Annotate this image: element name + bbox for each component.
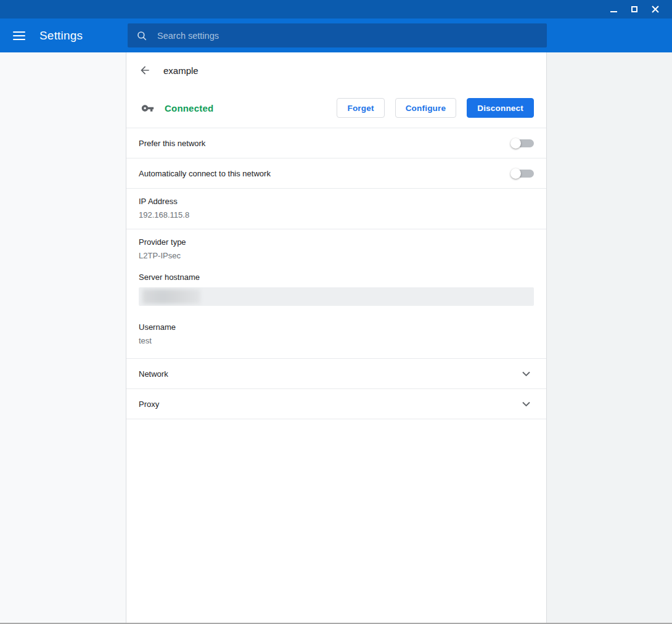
- chevron-down-icon: [522, 371, 530, 377]
- disconnect-button[interactable]: Disconnect: [467, 98, 534, 118]
- chevron-down-icon: [522, 401, 530, 407]
- network-expander[interactable]: Network: [126, 359, 546, 389]
- redacted-value: [142, 289, 200, 304]
- provider-type-label: Provider type: [139, 237, 534, 247]
- connection-status: Connected: [165, 103, 213, 113]
- window-titlebar: [0, 0, 672, 18]
- ip-address-label: IP Address: [139, 197, 534, 206]
- prefer-network-toggle[interactable]: [510, 138, 534, 149]
- hamburger-icon: [13, 35, 25, 36]
- left-pane: [0, 52, 126, 623]
- vpn-key-icon: [141, 102, 154, 115]
- maximize-button[interactable]: [626, 1, 642, 17]
- app-header: Settings: [0, 18, 672, 52]
- hamburger-icon: [13, 39, 25, 40]
- back-button[interactable]: [134, 59, 156, 81]
- page-body: example Connected Forget Configure Disco…: [0, 52, 672, 623]
- server-hostname-field[interactable]: [139, 287, 534, 306]
- page-head: example: [126, 52, 546, 88]
- toggle-knob: [510, 138, 521, 149]
- prefer-network-label: Prefer this network: [139, 139, 205, 148]
- forget-button[interactable]: Forget: [337, 98, 384, 118]
- network-detail-panel: example Connected Forget Configure Disco…: [126, 52, 546, 623]
- arrow-back-icon: [139, 64, 151, 76]
- search-settings-box[interactable]: [128, 23, 547, 47]
- maximize-icon: [631, 6, 637, 12]
- provider-section: Provider type L2TP-IPsec Server hostname…: [126, 229, 546, 359]
- username-label: Username: [139, 322, 534, 332]
- action-buttons: Forget Configure Disconnect: [337, 98, 534, 118]
- proxy-expander-label: Proxy: [139, 400, 159, 409]
- hamburger-icon: [13, 31, 25, 33]
- content-filler: [126, 419, 546, 623]
- toggle-knob: [510, 168, 521, 179]
- menu-button[interactable]: [12, 28, 28, 44]
- prefer-network-row: Prefer this network: [126, 128, 546, 158]
- configure-button[interactable]: Configure: [395, 98, 457, 118]
- ip-address-value: 192.168.115.8: [139, 210, 534, 220]
- minimize-button[interactable]: [605, 1, 621, 17]
- page-title: example: [163, 65, 199, 76]
- close-button[interactable]: [647, 1, 663, 17]
- search-icon: [136, 30, 147, 41]
- search-input[interactable]: [156, 30, 501, 41]
- network-expander-label: Network: [139, 369, 168, 379]
- proxy-expander[interactable]: Proxy: [126, 389, 546, 419]
- app-title: Settings: [39, 29, 83, 43]
- server-hostname-label: Server hostname: [139, 273, 534, 282]
- auto-connect-row: Automatically connect to this network: [126, 158, 546, 189]
- right-pane: [546, 52, 672, 623]
- auto-connect-toggle[interactable]: [510, 168, 534, 179]
- connection-status-row: Connected Forget Configure Disconnect: [126, 88, 546, 128]
- provider-type-value: L2TP-IPsec: [139, 251, 534, 260]
- minimize-icon: [610, 11, 617, 12]
- ip-address-section: IP Address 192.168.115.8: [126, 189, 546, 229]
- settings-window: Settings example: [0, 0, 672, 624]
- auto-connect-label: Automatically connect to this network: [139, 169, 271, 178]
- username-value: test: [139, 336, 534, 345]
- close-icon: [652, 6, 659, 13]
